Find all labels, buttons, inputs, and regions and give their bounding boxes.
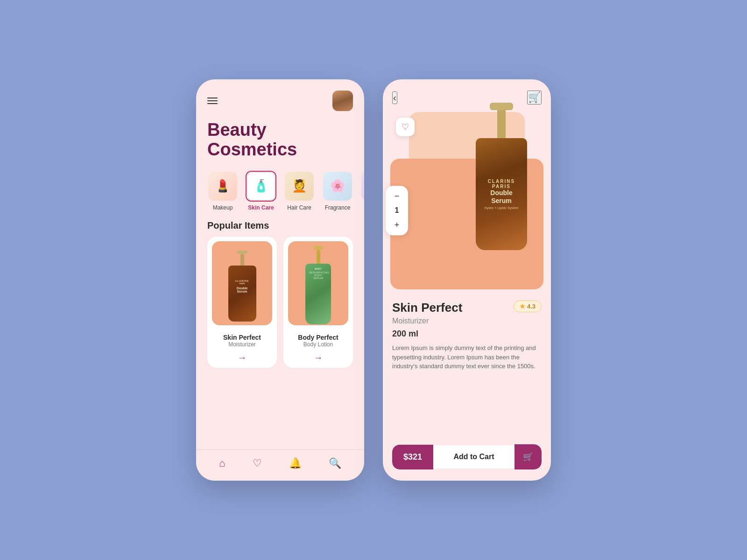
category-skincare[interactable]: 🧴 Skin Care xyxy=(246,171,276,211)
product-image-skin-perfect: CLARINS PARIS DoubleSerum xyxy=(212,241,272,325)
product-card-skin-perfect[interactable]: CLARINS PARIS DoubleSerum Skin Perfect M… xyxy=(207,237,277,368)
skincare-category-image: 🧴 xyxy=(247,172,275,201)
brand-city: PARIS xyxy=(479,184,523,189)
wishlist-button[interactable]: ♡ xyxy=(396,118,415,136)
rating-badge: ★ 4.3 xyxy=(514,301,542,312)
category-appliance[interactable]: 💅 Aplianc... xyxy=(360,171,364,211)
quantity-minus-button[interactable]: − xyxy=(390,189,403,203)
product-name-body-perfect: Body Perfect xyxy=(288,334,348,341)
price-button[interactable]: $321 xyxy=(392,445,433,469)
page-title: Beauty Cosmetics xyxy=(196,115,364,167)
cart-icon-button[interactable]: 🛒 xyxy=(514,444,542,469)
product-image-body-perfect: BODY RESURFACINGBODY SERUM xyxy=(288,241,348,325)
bottom-nav: ⌂ ♡ 🔔 🔍 xyxy=(196,449,364,481)
bottle-body: CLARINS PARIS Double Serum Hydric + Lipi… xyxy=(476,138,527,250)
arrow-icon-skin-perfect: → xyxy=(238,352,247,363)
detail-product-name: Skin Perfect xyxy=(392,301,462,315)
category-makeup[interactable]: 💄 Makeup xyxy=(207,171,238,211)
add-to-cart-button[interactable]: Add to Cart xyxy=(433,445,514,469)
detail-volume: 200 ml xyxy=(392,329,542,339)
product-type-body-perfect: Body Lotion xyxy=(288,341,348,348)
makeup-label: Makeup xyxy=(213,204,233,211)
category-fragrance[interactable]: 🌸 Fragrance xyxy=(322,171,353,211)
appliance-category-image: 💅 xyxy=(361,172,364,201)
quantity-plus-button[interactable]: + xyxy=(390,218,403,231)
categories-row: 💄 Makeup 🧴 Skin Care 💆 Hair Care 🌸 xyxy=(196,167,364,218)
skincare-label: Skin Care xyxy=(248,204,274,211)
detail-bottom-bar: $321 Add to Cart 🛒 xyxy=(392,444,542,469)
product-arrow-body-perfect[interactable]: → xyxy=(283,352,353,368)
makeup-category-image: 💄 xyxy=(208,172,237,201)
left-phone: Beauty Cosmetics 💄 Makeup 🧴 Skin Care xyxy=(196,79,364,481)
haircare-label: Hair Care xyxy=(287,204,311,211)
popular-title: Popular Items xyxy=(207,220,353,231)
heart-icon: ♡ xyxy=(402,122,409,132)
title-line2: Cosmetics xyxy=(207,140,297,159)
product-type-skin-perfect: Moisturizer xyxy=(212,341,272,348)
product-name-skin-perfect: Skin Perfect xyxy=(212,334,272,341)
haircare-category-image: 💆 xyxy=(285,172,314,201)
arrow-icon-body-perfect: → xyxy=(314,352,323,363)
fragrance-category-image: 🌸 xyxy=(323,172,352,201)
bottle-pump-neck xyxy=(497,110,506,138)
product-card-body-perfect[interactable]: BODY RESURFACINGBODY SERUM Body Perfect … xyxy=(283,237,353,368)
detail-description: Lorem Ipsum is simply dummy text of the … xyxy=(392,343,542,371)
menu-button[interactable] xyxy=(207,98,218,104)
detail-image-area: ♡ − 1 + CLARINS PARIS Double Serum xyxy=(390,112,543,289)
category-haircare[interactable]: 💆 Hair Care xyxy=(284,171,315,211)
detail-product-type: Moisturizer xyxy=(392,317,542,325)
search-nav-icon[interactable]: 🔍 xyxy=(329,457,341,469)
product-sub: Hydric + Lipidic System xyxy=(479,206,523,210)
back-button[interactable]: ‹ xyxy=(392,91,397,104)
popular-section: Popular Items CLARINS PARIS xyxy=(196,218,364,373)
product-info-body-perfect: Body Perfect Body Lotion xyxy=(283,330,353,352)
star-icon: ★ xyxy=(520,303,525,310)
right-phone: ‹ 🛒 ♡ − 1 + CLARINS xyxy=(383,79,551,481)
product-line: Double Serum xyxy=(479,189,523,205)
bottle-pump-head xyxy=(490,103,513,110)
title-line1: Beauty xyxy=(207,120,267,140)
bottle-clarins-left: CLARINS PARIS DoubleSerum xyxy=(226,251,259,325)
fragrance-label: Fragrance xyxy=(325,204,351,211)
product-info-skin-perfect: Skin Perfect Moisturizer xyxy=(207,330,277,352)
avatar[interactable] xyxy=(332,91,353,111)
quantity-value: 1 xyxy=(395,206,399,215)
bottle-label: CLARINS PARIS Double Serum Hydric + Lipi… xyxy=(476,175,527,214)
detail-name-row: Skin Perfect ★ 4.3 xyxy=(392,301,542,315)
bottle-green: BODY RESURFACINGBODY SERUM xyxy=(303,246,333,325)
notifications-nav-icon[interactable]: 🔔 xyxy=(289,457,302,469)
product-arrow-skin-perfect[interactable]: → xyxy=(207,352,277,368)
products-row: CLARINS PARIS DoubleSerum Skin Perfect M… xyxy=(207,237,353,368)
quantity-control: − 1 + xyxy=(386,186,408,235)
wishlist-nav-icon[interactable]: ♡ xyxy=(253,457,262,469)
brand-name: CLARINS xyxy=(479,179,523,184)
left-phone-header xyxy=(196,79,364,115)
home-nav-icon[interactable]: ⌂ xyxy=(219,457,225,469)
detail-product-bottle: CLARINS PARIS Double Serum Hydric + Lipi… xyxy=(469,103,534,280)
detail-info: Skin Perfect ★ 4.3 Moisturizer 200 ml Lo… xyxy=(383,293,551,439)
rating-value: 4.3 xyxy=(527,303,536,310)
